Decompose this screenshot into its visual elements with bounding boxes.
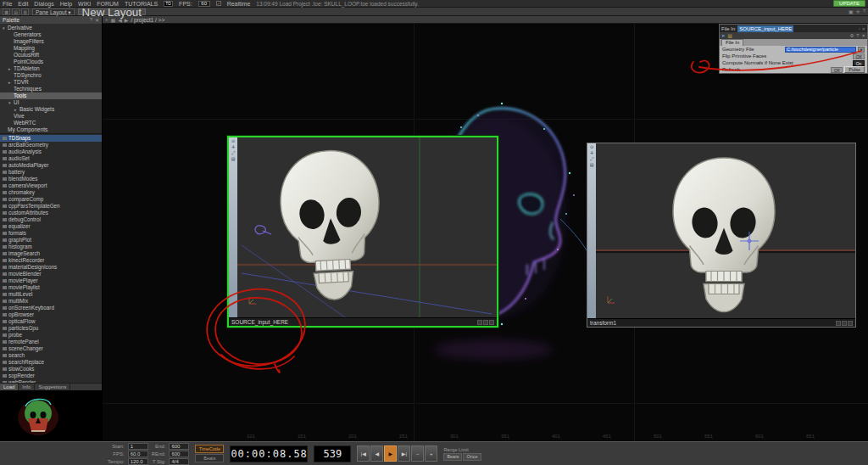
palette-tree-item[interactable]: OculusRift (0, 52, 102, 59)
palette-component-item[interactable]: kinectRecorder (0, 257, 102, 264)
palette-component-item[interactable]: sceneChanger (0, 345, 102, 352)
palette-component-item[interactable]: cameraViewport (0, 182, 102, 189)
pane-layout-dropdown[interactable]: Pane Layout ▾ (32, 8, 75, 15)
palette-component-item[interactable]: movieBlender (0, 271, 102, 277)
dialog-titlebar-icon[interactable]: ▫ (859, 26, 860, 31)
pulse-button[interactable]: Pulse (844, 66, 865, 73)
expression-icon[interactable]: ➤ (721, 33, 726, 38)
viewer-flag-icon[interactable] (836, 321, 841, 326)
palette-component-item[interactable]: opBrowser (0, 311, 102, 318)
palette-component-item[interactable]: materialDesignIcons (0, 264, 102, 271)
parameter-dialog[interactable]: File In SOURCE_input_HERE ▫✕ ➤ ▤ ⚙?✕ Fil… (719, 24, 868, 74)
timeline-field-value[interactable]: 600 (169, 451, 189, 457)
palette-tree-item[interactable]: My Components (0, 126, 102, 133)
beats-mode-button[interactable]: Beats (195, 454, 224, 462)
palette-component-item[interactable]: sopRender (0, 373, 102, 379)
viewer-title-bar[interactable]: SOURCE_input_HERE (229, 317, 497, 326)
flip-faces-toggle[interactable]: Off (853, 53, 865, 59)
network-editor-pane[interactable]: +▦◀▶ / project1 / >> (103, 16, 868, 441)
viewer-tool-icon[interactable]: ✛ (590, 151, 593, 155)
palette-component-item[interactable]: searchReplace (0, 359, 102, 366)
tab-file-in[interactable]: File In (721, 39, 743, 46)
menu-item[interactable]: Help (60, 0, 72, 8)
dialog-tool-icon[interactable]: ✕ (861, 33, 865, 38)
palette-component-item[interactable]: onScreenKeyboard (0, 305, 102, 311)
dialog-tool-icon[interactable]: ? (856, 33, 859, 38)
palette-component-item[interactable]: arcBallGeometry (0, 142, 102, 148)
palette-component-item[interactable]: multiMix (0, 298, 102, 305)
palette-component-item[interactable]: multiLevel (0, 291, 102, 298)
add-file-button[interactable]: + (858, 47, 865, 53)
network-canvas[interactable]: ⊙✛⤢▤ SOURCE_input_HERE (103, 24, 868, 441)
toolbar-icon[interactable]: ▣ (849, 8, 854, 14)
timeline-field-value[interactable]: 60.0 (128, 451, 148, 457)
viewer-tool-icon[interactable]: ⤢ (231, 151, 235, 155)
palette-component-item[interactable]: moviePlayer (0, 277, 102, 284)
dialog-titlebar-icon[interactable]: ✕ (862, 26, 865, 31)
palette-component-item[interactable]: compareComp (0, 196, 102, 203)
update-button[interactable]: UPDATE (833, 0, 865, 7)
timeline-field-value[interactable]: 120.0 (128, 458, 148, 465)
palette-component-item[interactable]: imageSearch (0, 250, 102, 257)
palette-component-item[interactable]: chromakey (0, 189, 102, 196)
palette-component-item[interactable]: formats (0, 230, 102, 237)
palette-component-item[interactable]: TDSnaps (0, 135, 102, 142)
parameter-dialog-titlebar[interactable]: File In SOURCE_input_HERE ▫✕ (720, 25, 867, 32)
range-limit-button[interactable]: Once (463, 453, 481, 461)
palette-component-item[interactable]: audioSet (0, 155, 102, 162)
palette-tab[interactable]: Info (19, 384, 35, 390)
refresh-toggle[interactable]: Off (831, 67, 843, 73)
timecode-mode-button[interactable]: TimeCode (195, 445, 224, 453)
palette-tree-item[interactable]: Mapping (0, 45, 102, 52)
transport-button[interactable]: − (411, 445, 424, 462)
timeline-field-value[interactable]: 600 (169, 443, 189, 450)
palette-tree-item[interactable]: Techniques (0, 86, 102, 92)
palette-component-item[interactable]: equalizer (0, 223, 102, 230)
fps-input[interactable] (198, 1, 210, 7)
palette-component-item[interactable]: moviePlaylist (0, 284, 102, 291)
viewer-tool-icon[interactable]: ▤ (590, 163, 594, 167)
pane-split-icon[interactable]: ▥ (21, 8, 29, 15)
palette-tree-item[interactable]: WebRTC (0, 120, 102, 126)
viewer-tool-icon[interactable]: ⊙ (590, 145, 593, 149)
transport-button[interactable]: ◀ (370, 445, 383, 462)
transport-button[interactable]: |◀ (357, 445, 370, 462)
palette-tree-item[interactable]: ▾Derivative (0, 25, 102, 31)
node-viewer-transform1[interactable]: ⊙✛⤢▤ transform1 (587, 143, 856, 328)
menu-item[interactable]: Dialogs (34, 0, 53, 8)
palette-component-item[interactable]: customAttributes (0, 210, 102, 216)
palette-component-item[interactable]: battery (0, 169, 102, 176)
palette-tree-item[interactable]: Tools (0, 92, 102, 99)
viewer-title-bar[interactable]: transform1 (587, 318, 855, 327)
transport-button[interactable]: ▶ (384, 445, 397, 462)
palette-tree-item[interactable]: ▸TDAbleton (0, 65, 102, 72)
node-viewer-source-input[interactable]: ⊙✛⤢▤ SOURCE_input_HERE (227, 136, 498, 328)
palette-component-item[interactable]: debugControl (0, 216, 102, 223)
palette-component-item[interactable]: audioAnalysis (0, 148, 102, 155)
palette-component-item[interactable]: histogram (0, 244, 102, 250)
palette-tree-item[interactable]: ImageFilters (0, 38, 102, 45)
palette-component-item[interactable]: remotePanel (0, 339, 102, 345)
transport-button[interactable]: + (425, 445, 437, 462)
geometry-file-input[interactable] (785, 47, 856, 53)
viewer-flag-icon[interactable] (842, 321, 847, 326)
palette-tree-item[interactable]: ▾UI (0, 99, 102, 106)
toolbar-icon[interactable]: ✛ (856, 8, 860, 14)
palette-tree-item[interactable]: ▸TDVR (0, 79, 102, 86)
palette-component-item[interactable]: probe (0, 332, 102, 339)
viewer-tool-icon[interactable]: ⤢ (590, 157, 593, 161)
palette-component-item[interactable]: slowCooks (0, 366, 102, 373)
palette-tree-item[interactable]: Vive (0, 113, 102, 120)
palette-component-item[interactable]: particlesGpu (0, 325, 102, 332)
viewer-tool-icon[interactable]: ✛ (231, 145, 235, 149)
viewer-3d-view[interactable] (596, 143, 855, 318)
viewer-tool-icon[interactable]: ⊙ (231, 139, 235, 143)
palette-component-item[interactable]: search (0, 352, 102, 359)
realtime-checkbox[interactable]: ✓ (216, 1, 221, 6)
viewer-3d-view[interactable] (237, 137, 497, 317)
palette-tab[interactable]: Suggestions (35, 384, 70, 390)
pane-split-icon[interactable]: ▤ (12, 8, 19, 15)
viewer-flag-icon[interactable] (477, 320, 482, 325)
geometry-preview-panel[interactable] (0, 390, 103, 441)
menu-item[interactable]: Edit (18, 0, 28, 8)
